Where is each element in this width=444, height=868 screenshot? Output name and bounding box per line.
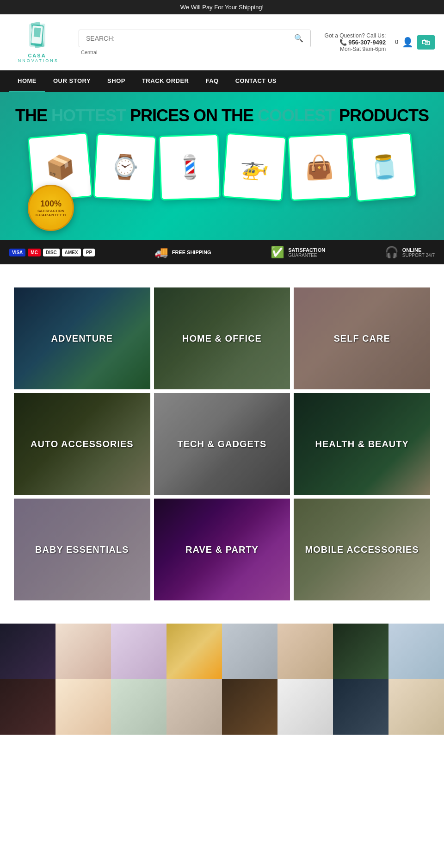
- category-rave-party[interactable]: RAVE & PARTY: [154, 499, 290, 600]
- category-adventure[interactable]: ADVENTURE: [14, 287, 150, 389]
- insta-thumb-8[interactable]: [388, 624, 444, 679]
- navbar: HOME OUR STORY SHOP TRACK ORDER FAQ CONT…: [0, 70, 444, 92]
- nav-shop[interactable]: SHOP: [99, 70, 134, 92]
- trust-satisfaction-label: SATISFACTION: [288, 247, 325, 253]
- section-spacer-1: [0, 264, 444, 287]
- category-rave-label: RAVE & PARTY: [181, 544, 263, 555]
- category-auto-accessories[interactable]: AUTO ACCESSORIES: [14, 393, 150, 495]
- insta-thumb-12[interactable]: [166, 679, 222, 735]
- insta-thumb-14[interactable]: [278, 679, 333, 735]
- insta-thumb-11[interactable]: [111, 679, 166, 735]
- shipping-icon: 🚚: [154, 246, 168, 259]
- payment-icons: VISA MC DISC AMEX PP: [9, 249, 95, 256]
- category-grid: ADVENTURE HOME & OFFICE SELF CARE AUTO A…: [0, 287, 444, 600]
- satisfaction-icon: ✅: [271, 246, 284, 259]
- badge-line2: GUARANTEED: [36, 213, 66, 217]
- instagram-strip-2: [0, 679, 444, 735]
- badge-percent: 100%: [40, 199, 62, 209]
- trust-bar: VISA MC DISC AMEX PP 🚚 FREE SHIPPING ✅ S…: [0, 240, 444, 264]
- logo-area[interactable]: CASA INNOVATIONS: [9, 21, 65, 63]
- badge-line1: SATISFACTION: [37, 209, 64, 213]
- cart-icon[interactable]: 🛍: [417, 35, 435, 50]
- category-health-beauty[interactable]: HEALTH & BEAUTY: [294, 393, 430, 495]
- nav-faq[interactable]: FAQ: [197, 70, 227, 92]
- insta-thumb-16[interactable]: [388, 679, 444, 735]
- category-self-care-overlay: SELF CARE: [294, 287, 430, 389]
- category-baby-label: BABY ESSENTIALS: [31, 544, 133, 555]
- category-home-office-overlay: HOME & OFFICE: [154, 287, 290, 389]
- phone-number[interactable]: 📞 956-307-9492: [325, 39, 386, 46]
- hero-pre: THE: [15, 106, 51, 125]
- announcement-bar: We Will Pay For Your Shipping!: [0, 0, 444, 14]
- category-auto-overlay: AUTO ACCESSORIES: [14, 393, 150, 495]
- hero-hottest: HOTTEST: [51, 106, 126, 125]
- insta-thumb-6[interactable]: [278, 624, 333, 679]
- category-rave-overlay: RAVE & PARTY: [154, 499, 290, 600]
- contact-question: Got a Question? Call Us:: [325, 32, 386, 39]
- category-tech-overlay: TECH & GADGETS: [154, 393, 290, 495]
- hero-product-drone: 🚁: [222, 133, 286, 202]
- hero-banner: THE HOTTEST PRICES ON THE COOLEST PRODUC…: [0, 92, 444, 240]
- mastercard-icon: MC: [28, 249, 41, 256]
- nav-track-order[interactable]: TRACK ORDER: [134, 70, 197, 92]
- insta-thumb-7[interactable]: [333, 624, 388, 679]
- search-box: 🔍: [79, 30, 311, 47]
- insta-thumb-9[interactable]: [0, 679, 56, 735]
- category-tech-label: TECH & GADGETS: [173, 439, 271, 450]
- contact-area: Got a Question? Call Us: 📞 956-307-9492 …: [325, 32, 386, 52]
- paypal-icon: PP: [83, 249, 95, 256]
- logo-subtitle: INNOVATIONS: [15, 58, 59, 63]
- category-mobile-accessories[interactable]: MOBILE ACCESSORIES: [294, 499, 430, 600]
- category-tech-gadgets[interactable]: TECH & GADGETS: [154, 393, 290, 495]
- insta-thumb-1[interactable]: [0, 624, 56, 679]
- svg-rect-4: [33, 27, 41, 37]
- category-health-label: HEALTH & BEAUTY: [310, 439, 413, 450]
- hero-product-bag: 👜: [287, 133, 351, 201]
- nav-contact-us[interactable]: CONTACT US: [227, 70, 285, 92]
- trust-support-sub: SUPPORT 24/7: [402, 253, 435, 258]
- insta-thumb-2[interactable]: [56, 624, 111, 679]
- person-icon[interactable]: 👤: [402, 37, 413, 48]
- category-baby-essentials[interactable]: BABY ESSENTIALS: [14, 499, 150, 600]
- announcement-text: We Will Pay For Your Shipping!: [180, 4, 264, 11]
- hero-products: 📦 ⌚ 💈 🚁 👜 🫙: [9, 135, 435, 200]
- satisfaction-badge: 100% SATISFACTION GUARANTEED: [28, 185, 74, 231]
- search-input[interactable]: [79, 30, 287, 47]
- insta-thumb-5[interactable]: [222, 624, 278, 679]
- category-adventure-overlay: ADVENTURE: [14, 287, 150, 389]
- category-mobile-overlay: MOBILE ACCESSORIES: [294, 499, 430, 600]
- insta-thumb-3[interactable]: [111, 624, 166, 679]
- insta-thumb-10[interactable]: [56, 679, 111, 735]
- category-mobile-label: MOBILE ACCESSORIES: [301, 544, 424, 555]
- category-baby-overlay: BABY ESSENTIALS: [14, 499, 150, 600]
- hero-title: THE HOTTEST PRICES ON THE COOLEST PRODUC…: [9, 106, 435, 125]
- category-self-care[interactable]: SELF CARE: [294, 287, 430, 389]
- search-button[interactable]: 🔍: [287, 30, 310, 47]
- category-home-office[interactable]: HOME & OFFICE: [154, 287, 290, 389]
- cart-count: 0: [395, 39, 398, 45]
- visa-icon: VISA: [9, 249, 25, 256]
- hero-product-cream: 🫙: [351, 132, 417, 202]
- category-home-office-label: HOME & OFFICE: [178, 333, 266, 344]
- category-auto-label: AUTO ACCESSORIES: [26, 439, 138, 450]
- cart-area: 0 👤 🛍: [395, 35, 435, 50]
- insta-thumb-15[interactable]: [333, 679, 388, 735]
- nav-home[interactable]: HOME: [9, 70, 45, 92]
- search-label: Central: [79, 50, 311, 55]
- logo-icon: [25, 21, 50, 51]
- category-health-overlay: HEALTH & BEAUTY: [294, 393, 430, 495]
- header: CASA INNOVATIONS 🔍 Central Got a Questio…: [0, 14, 444, 70]
- amex-icon: AMEX: [62, 249, 81, 256]
- hero-product-watch: ⌚: [93, 133, 156, 201]
- hero-mid: PRICES ON THE: [126, 106, 258, 125]
- insta-thumb-4[interactable]: [166, 624, 222, 679]
- hero-post: PRODUCTS: [335, 106, 429, 125]
- trust-satisfaction-sub: GUARANTEE: [288, 253, 325, 258]
- insta-thumb-13[interactable]: [222, 679, 278, 735]
- hero-product-waxer: 💈: [159, 134, 221, 200]
- logo-name: CASA: [28, 53, 46, 58]
- nav-our-story[interactable]: OUR STORY: [45, 70, 99, 92]
- category-adventure-label: ADVENTURE: [47, 333, 117, 344]
- hero-coolest: COOLEST: [258, 106, 335, 125]
- search-area: 🔍 Central: [79, 30, 311, 55]
